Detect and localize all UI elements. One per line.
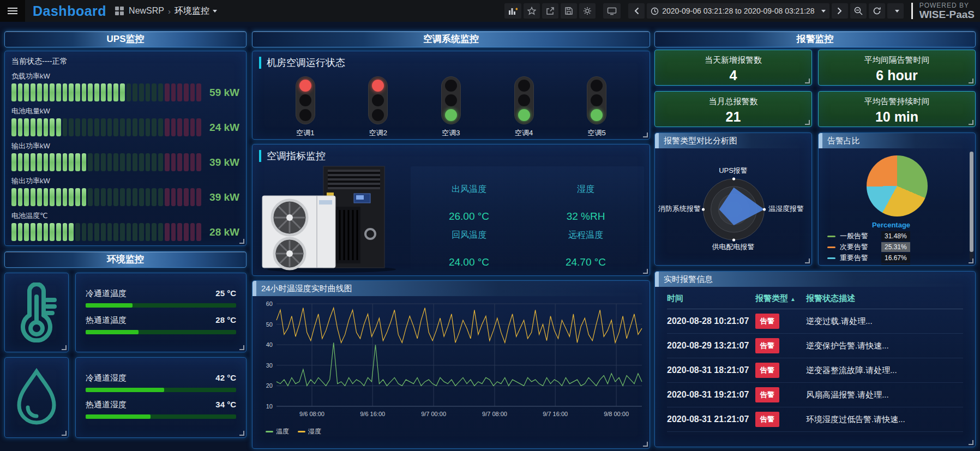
svg-text:20: 20 [266, 382, 273, 389]
gauge-segment [158, 153, 163, 171]
alarm-type-badge: 告警 [755, 363, 779, 378]
pie-legend-row[interactable]: 严重告警26.54% [827, 263, 975, 266]
bar-chart-add-icon [508, 7, 518, 15]
metric-supply-air-temp: 出风温度 26.00 °C [411, 177, 527, 223]
ups-status-text: 当前状态----正常 [5, 56, 246, 67]
time-range-picker[interactable]: 2020-09-06 03:21:28 to 2020-09-08 03:21:… [647, 3, 829, 19]
svg-text:9/6 08:00: 9/6 08:00 [299, 411, 324, 417]
ups-gauge-row: 输出功率kW39 kW [5, 141, 246, 171]
trend-legend-item[interactable]: 温度 [266, 427, 289, 436]
star-button[interactable] [524, 3, 540, 19]
time-back-button[interactable] [628, 3, 645, 19]
alarm-type-cell: 告警 [755, 387, 806, 402]
breadcrumb-parent[interactable]: NewSRP [129, 6, 164, 16]
ac-status-panel: 机房空调运行状态 空调1空调2空调3空调4空调5 [252, 51, 650, 140]
tv-mode-button[interactable] [603, 3, 621, 19]
pie-legend-row[interactable]: 一般告警31.48% [827, 231, 975, 242]
gauge-segment [18, 153, 23, 171]
legend-dash-icon [266, 431, 273, 432]
alarm-table-title: 实时报警信息 [655, 272, 975, 287]
gauge-segment [94, 83, 99, 101]
dashboard-content: UPS监控 当前状态----正常 负载功率kW59 kW电池电量kW24 kW输… [0, 22, 980, 451]
radar-axis-fire: 消防系统报警 [658, 204, 701, 214]
gauge-segment [63, 118, 68, 136]
env-reading-value: 25 °C [215, 288, 236, 299]
svg-text:9/7 08:00: 9/7 08:00 [482, 411, 507, 417]
gauge-segment [44, 188, 49, 206]
alarm-time: 2020-08-31 19:21:07 [667, 390, 755, 400]
gauge-segment [69, 223, 74, 241]
gauge-segment [75, 223, 80, 241]
gauge-segment [152, 188, 157, 206]
breadcrumb-current[interactable]: 环境监控 [175, 5, 209, 17]
column-header-time[interactable]: 时间 [667, 293, 755, 304]
star-icon [527, 7, 536, 15]
gauge-segment [63, 83, 68, 101]
pie-title: 告警占比 [819, 133, 975, 148]
radar-title: 报警类型对比分析图 [655, 133, 811, 148]
pie-chart [867, 155, 928, 217]
gauge-segment [31, 153, 35, 171]
svg-text:50: 50 [266, 321, 273, 328]
time-forward-button[interactable] [832, 3, 848, 19]
gauge-segment [120, 223, 125, 241]
ups-gauge-row: 电池电量kW24 kW [5, 106, 246, 136]
alarm-radar-panel: 报警类型对比分析图 UPS报警 温湿度报警 供电配电报警 消防系统报警 [654, 133, 812, 266]
env-bar-fill [86, 414, 151, 419]
pie-value-header: Percentage [872, 221, 975, 229]
traffic-light-green-lamp [299, 109, 311, 121]
gauge-segment [88, 223, 93, 241]
stat-label: 当天新增报警数 [655, 55, 811, 65]
stat-card-month-total-alarms: 当月总报警数 21 [654, 91, 812, 127]
gauge-segment [171, 153, 176, 171]
gauge-segment [88, 83, 93, 101]
column-header-desc[interactable]: 报警状态描述 [806, 293, 963, 304]
app-logo[interactable]: Dashboard [33, 3, 106, 19]
thermometer-icon [13, 282, 61, 342]
pie-legend-row[interactable]: 重要告警16.67% [827, 252, 975, 263]
zoom-out-button[interactable] [850, 3, 867, 19]
env-reading-label: 冷通道湿度 [86, 373, 127, 383]
gauge-segment [69, 118, 74, 136]
gauge-segment [24, 188, 29, 206]
temperature-readings-panel: 冷通道温度25 °C热通道温度28 °C [75, 273, 246, 352]
gear-icon [583, 7, 592, 15]
trend-legend[interactable]: 温度湿度 [252, 427, 650, 436]
pie-legend-row[interactable]: 次要告警25.31% [827, 242, 975, 252]
save-button[interactable] [561, 3, 577, 19]
gauge-segment [171, 188, 176, 206]
gauge-segment [101, 223, 106, 241]
trend-legend-item[interactable]: 湿度 [298, 427, 321, 436]
svg-text:60: 60 [266, 300, 273, 307]
gauge-bar-wrap: 39 kW [11, 153, 239, 171]
alarm-time: 2020-08-28 10:21:07 [667, 316, 755, 326]
gauge-segment [56, 223, 61, 241]
refresh-button[interactable] [869, 3, 885, 19]
settings-button[interactable] [579, 3, 596, 19]
env-reading-row: 热通道湿度34 °C [86, 400, 236, 410]
gauge-value: 39 kW [206, 157, 239, 169]
refresh-interval-dropdown[interactable] [887, 3, 904, 19]
gauge-segment [165, 153, 170, 171]
pie-scrollbar-thumb[interactable] [970, 152, 973, 252]
add-panel-button[interactable] [504, 3, 521, 19]
dashboard-grid-icon[interactable] [115, 7, 124, 15]
gauge-segment [184, 83, 189, 101]
breadcrumb-caret-icon[interactable] [213, 10, 217, 13]
metric-label: 远程温度 [527, 230, 644, 241]
env-bar-fill [86, 303, 133, 308]
ac-unit-status: 空调2 [368, 76, 388, 138]
gauge-segment [63, 188, 68, 206]
gauge-segment [88, 118, 93, 136]
gauge-value: 28 kW [206, 226, 239, 238]
alarm-type-cell: 告警 [755, 363, 806, 378]
menu-icon[interactable] [0, 0, 25, 22]
ac-unit-image [252, 164, 411, 273]
alarm-table-row: 2020-08-28 10:21:07告警逆变过载.请处理... [667, 309, 963, 334]
share-button[interactable] [542, 3, 558, 19]
gauge-segment [82, 188, 87, 206]
alarm-type-cell: 告警 [755, 412, 806, 427]
share-icon [546, 7, 555, 15]
alarm-type-badge: 告警 [755, 314, 779, 329]
column-header-type[interactable]: 报警类型▲ [755, 293, 806, 304]
